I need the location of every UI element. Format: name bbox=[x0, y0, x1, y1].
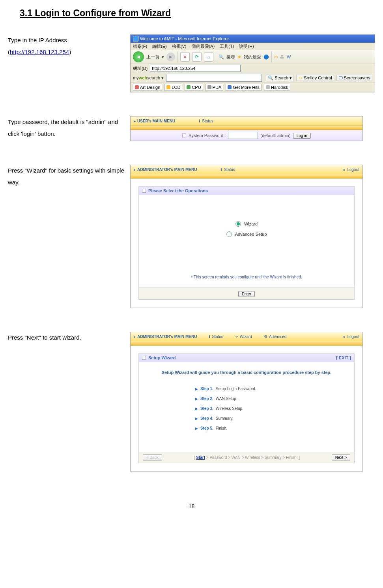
nav-admin-title: ▸ ADMINISTRATOR's MAIN MENU bbox=[134, 167, 197, 172]
radio-wizard[interactable] bbox=[235, 221, 241, 227]
admin-main-menu: ▸ ADMINISTRATOR's MAIN MENU ℹ Status ✧ W… bbox=[131, 332, 362, 341]
menu-tools[interactable]: 工具(T) bbox=[220, 44, 234, 49]
admin-menu-title: ADMINISTRATOR's MAIN MENU bbox=[137, 167, 197, 172]
arrow-icon: ▶ bbox=[195, 387, 198, 391]
nav-advanced[interactable]: ⚙ Advanced bbox=[264, 334, 286, 339]
arrow-icon: ▶ bbox=[195, 426, 198, 430]
link-pda[interactable]: PDA bbox=[206, 84, 224, 91]
square-bullet-icon bbox=[142, 356, 146, 360]
menu-help[interactable]: 說明(H) bbox=[239, 44, 254, 49]
user-main-menu: ▸ USER's MAIN MENU ℹ Status bbox=[131, 116, 362, 126]
search-icon[interactable]: 🔍 bbox=[219, 54, 224, 60]
gold-bar bbox=[131, 126, 362, 130]
forward-button[interactable]: ► bbox=[166, 53, 175, 61]
link-hits[interactable]: Get More Hits bbox=[226, 84, 262, 91]
status-icon: ℹ bbox=[209, 334, 210, 339]
wizard-exit-link[interactable]: [ EXIT ] bbox=[336, 355, 351, 360]
step-num: Step 3. bbox=[200, 406, 213, 411]
mws-search-input[interactable] bbox=[166, 74, 262, 82]
home-button[interactable]: ⌂ bbox=[204, 52, 213, 62]
mws-search-button[interactable]: 🔍 Search ▾ bbox=[266, 75, 294, 81]
login-button[interactable]: Log in bbox=[293, 133, 311, 139]
back-chevron-icon[interactable]: ▾ bbox=[162, 54, 164, 60]
screenshot-wizard: ▸ ADMINISTRATOR's MAIN MENU ℹ Status ✧ W… bbox=[130, 332, 363, 472]
nav-status[interactable]: ℹ Status bbox=[199, 119, 213, 123]
next-button[interactable]: Next > bbox=[332, 455, 350, 460]
search-label[interactable]: 搜尋 bbox=[226, 54, 235, 60]
link-label: LCD bbox=[172, 85, 180, 90]
mws-brand-post: search bbox=[147, 75, 160, 80]
mail-icon[interactable]: ✉ bbox=[274, 54, 278, 60]
nav-user-title: ▸ USER's MAIN MENU bbox=[134, 119, 175, 123]
separator bbox=[177, 51, 178, 62]
nav-logout[interactable]: ▸ Logout bbox=[344, 167, 359, 172]
nav-logout[interactable]: ▸ Logout bbox=[344, 334, 359, 339]
hdd-icon bbox=[266, 85, 270, 89]
crumb-start[interactable]: Start bbox=[196, 455, 205, 460]
separator bbox=[216, 51, 216, 62]
nav-logout-label: Logout bbox=[347, 334, 359, 339]
wizard-step-1: ▶Step 1.Setup Login Password. bbox=[195, 387, 298, 391]
lcd-icon bbox=[166, 85, 170, 89]
wizard-panel-title: Setup Wizard bbox=[148, 355, 176, 360]
link-cpu[interactable]: CPU bbox=[185, 84, 203, 91]
wizard-panel-body: Setup Wizard will guide you through a ba… bbox=[139, 362, 354, 452]
print-icon[interactable]: 🖶 bbox=[280, 54, 284, 59]
menu-view[interactable]: 檢視(V) bbox=[172, 44, 187, 49]
enter-button[interactable]: Enter bbox=[238, 291, 255, 297]
word-icon[interactable]: W bbox=[287, 54, 291, 59]
mws-search-btn-label: Search bbox=[275, 75, 288, 80]
favorites-label[interactable]: 我的最愛 bbox=[244, 54, 261, 60]
back-button: < Back bbox=[143, 455, 162, 460]
ie-icon bbox=[133, 36, 138, 41]
wizard-step-2: ▶Step 2.WAN Setup. bbox=[195, 396, 298, 401]
pda-icon bbox=[207, 85, 211, 89]
favorites-icon[interactable]: ★ bbox=[237, 54, 241, 60]
login-row: System Password : (default: admin) Log i… bbox=[131, 130, 362, 141]
address-input[interactable] bbox=[150, 65, 241, 72]
link-art-design[interactable]: Art Design bbox=[133, 84, 162, 91]
menu-file[interactable]: 檔案(F) bbox=[133, 44, 147, 49]
nav-status[interactable]: ℹ Status bbox=[220, 167, 235, 172]
stop-button[interactable]: ✕ bbox=[180, 52, 190, 62]
browser-title: Welcome to AMIT - Microsoft Internet Exp… bbox=[140, 35, 229, 43]
link-harddisk[interactable]: Harddisk bbox=[264, 84, 290, 91]
menu-edit[interactable]: 編輯(E) bbox=[152, 44, 167, 49]
triangle-icon: ▸ bbox=[134, 119, 136, 123]
media-icon[interactable]: 🔵 bbox=[263, 54, 269, 60]
triangle-icon: ▸ bbox=[134, 334, 136, 339]
refresh-button[interactable]: ⟳ bbox=[192, 52, 202, 62]
nav-status-label: Status bbox=[224, 167, 235, 172]
back-button[interactable]: ◄ bbox=[133, 51, 144, 62]
smiley-icon: ☺ bbox=[298, 75, 303, 80]
link-label: Harddisk bbox=[271, 85, 288, 90]
radio-advanced[interactable] bbox=[226, 231, 232, 237]
step-text: Finish. bbox=[216, 426, 227, 430]
gear-icon: ⚙ bbox=[264, 334, 267, 339]
nav-status[interactable]: ℹ Status bbox=[209, 334, 223, 339]
menu-fav[interactable]: 我的最愛(A) bbox=[192, 44, 215, 49]
wand-icon: ✧ bbox=[235, 334, 238, 339]
square-bullet-icon bbox=[142, 189, 146, 193]
step4-text: Press "Next" to start wizard. bbox=[8, 332, 130, 344]
mws-smiley-button[interactable]: ☺ Smiley Central bbox=[296, 75, 334, 81]
step-num: Step 4. bbox=[200, 416, 213, 421]
admin-menu-title: ADMINISTRATOR's MAIN MENU bbox=[137, 334, 197, 339]
step1-link[interactable]: http://192.168.123.254 bbox=[10, 49, 69, 55]
arrow-icon: ▶ bbox=[195, 417, 198, 421]
wizard-step-list: ▶Step 1.Setup Login Password. ▶Step 2.WA… bbox=[195, 387, 298, 430]
mws-screensavers-button[interactable]: 🖵 Screensavers bbox=[336, 75, 372, 81]
section-title: 3.1 Login to Configure from Wizard bbox=[20, 8, 375, 19]
link-label: Get More Hits bbox=[233, 85, 260, 90]
link-label: CPU bbox=[192, 85, 201, 90]
search-icon: 🔍 bbox=[268, 75, 273, 81]
mws-smiley-label: Smiley Central bbox=[304, 75, 332, 80]
status-icon: ℹ bbox=[220, 167, 222, 172]
link-lcd[interactable]: LCD bbox=[164, 84, 182, 91]
nav-status-label: Status bbox=[202, 119, 213, 123]
monitor-icon: 🖵 bbox=[338, 75, 343, 80]
step-text: Setup Login Password. bbox=[216, 387, 256, 391]
password-input[interactable] bbox=[228, 132, 258, 139]
art-icon bbox=[135, 85, 139, 89]
nav-wizard[interactable]: ✧ Wizard bbox=[235, 334, 252, 339]
